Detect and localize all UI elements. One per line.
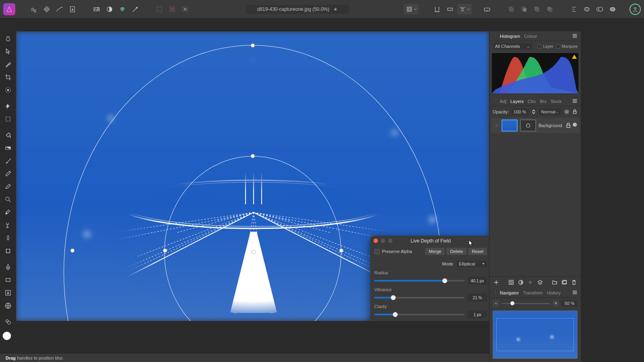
colour-swatch[interactable] <box>2 331 14 343</box>
tab-adj[interactable]: Adj <box>500 99 506 104</box>
panel-grip-icon[interactable]: ⋮⋮ <box>493 33 496 39</box>
zoom-value[interactable]: 50 % <box>561 300 578 306</box>
zoom-slider[interactable] <box>502 303 550 304</box>
tab-layers[interactable]: Layers <box>510 99 524 104</box>
zoom-out-button[interactable]: − <box>493 300 499 306</box>
opacity-stepper-icon[interactable] <box>531 109 537 115</box>
account-icon[interactable] <box>630 4 641 15</box>
crop-tool-icon[interactable] <box>2 72 14 82</box>
selection-all-icon[interactable] <box>154 4 165 15</box>
boolean-intersect-icon[interactable] <box>607 4 618 15</box>
zoom-in-button[interactable]: + <box>553 300 559 306</box>
auto-colours-icon[interactable] <box>117 4 128 15</box>
layer-checkbox[interactable]: Layer <box>537 44 553 49</box>
zoom-tool-icon[interactable] <box>2 317 14 327</box>
text-tool-icon[interactable] <box>2 288 14 298</box>
tab-transform[interactable]: Transform <box>523 290 543 295</box>
layer-link-icon[interactable]: ※ <box>493 123 499 128</box>
layer-blend-select[interactable]: Normal <box>539 108 561 115</box>
app-logo-icon[interactable] <box>3 3 15 15</box>
flood-fill-tool-icon[interactable] <box>2 130 14 140</box>
clarity-value[interactable]: 1 px <box>468 311 487 319</box>
layer-visible-icon[interactable] <box>573 123 577 127</box>
tab-histogram[interactable]: Histogram <box>500 34 520 39</box>
gradient-tool-icon[interactable] <box>2 143 14 153</box>
view-tool-icon[interactable] <box>2 34 14 43</box>
adjustment-layer-icon[interactable] <box>517 279 524 286</box>
tab-navigator[interactable]: Navigator <box>500 290 519 295</box>
erase-tool-icon[interactable] <box>2 182 14 191</box>
snapping-icon[interactable] <box>431 4 443 15</box>
inpainting-tool-icon[interactable] <box>2 220 14 230</box>
group-icon[interactable] <box>551 279 558 286</box>
selection-brush-tool-icon[interactable] <box>2 85 14 95</box>
paint-brush-tool-icon[interactable] <box>2 156 14 166</box>
live-filter-icon[interactable] <box>537 279 544 286</box>
radius-value[interactable]: 40.1 px <box>468 277 487 285</box>
quick-mask-button[interactable] <box>404 4 419 14</box>
navigator-preview[interactable] <box>493 311 578 359</box>
marquee-tool-icon[interactable] <box>2 114 14 124</box>
arrange-back-icon[interactable] <box>506 4 517 15</box>
reset-button[interactable]: Reset <box>468 248 487 255</box>
panel-menu-icon[interactable] <box>572 98 578 105</box>
pen-tool-icon[interactable] <box>2 262 14 272</box>
rectangle-tool-icon[interactable] <box>2 275 14 285</box>
dof-dialog-titlebar[interactable]: Live Depth of Field <box>370 236 489 246</box>
tab-colour[interactable]: Colour <box>524 34 537 39</box>
navigator-view-rect[interactable] <box>496 318 574 351</box>
panel-menu-icon[interactable] <box>572 33 578 39</box>
pixel-tool-icon[interactable] <box>2 169 14 179</box>
panel-menu-icon[interactable] <box>572 290 578 296</box>
delete-button[interactable]: Delete <box>446 248 466 255</box>
marquee-checkbox[interactable]: Marquee <box>556 44 578 49</box>
selection-deselect-icon[interactable] <box>167 4 178 15</box>
layer-filter-thumb[interactable] <box>520 119 536 132</box>
mask-layer-icon[interactable] <box>508 279 515 286</box>
auto-white-balance-icon[interactable] <box>130 4 141 15</box>
move-tool-icon[interactable] <box>2 47 14 56</box>
mesh-warp-tool-icon[interactable] <box>2 246 14 256</box>
delete-layer-icon[interactable] <box>570 279 578 286</box>
fx-layer-icon[interactable]: fx <box>527 279 534 286</box>
vibrance-value[interactable]: 21 % <box>468 294 487 302</box>
force-pixel-alignment-icon[interactable] <box>444 4 456 15</box>
tab-stock[interactable]: Stock <box>551 99 562 104</box>
persona-export-icon[interactable] <box>67 4 78 15</box>
arrange-front-icon[interactable] <box>544 4 555 15</box>
layer-thumbnail[interactable] <box>502 119 518 132</box>
arrange-backward-icon[interactable] <box>518 4 530 15</box>
clarity-slider[interactable] <box>374 314 464 315</box>
dodge-tool-icon[interactable] <box>2 195 14 204</box>
grid-tool-icon[interactable] <box>2 301 14 311</box>
merge-button[interactable]: Merge <box>425 248 445 255</box>
clone-tool-icon[interactable] <box>2 208 14 217</box>
window-zoom-icon[interactable] <box>388 239 392 243</box>
layer-row-background[interactable]: ※ Background <box>491 118 579 133</box>
align-icon[interactable] <box>568 4 580 15</box>
layer-lock-small-icon[interactable] <box>566 123 571 128</box>
channels-select[interactable]: All Channels <box>493 43 532 49</box>
layer-opacity-input[interactable]: 100 % <box>511 109 528 115</box>
preserve-alpha-checkbox[interactable] <box>374 249 380 254</box>
tab-history[interactable]: History <box>547 290 561 295</box>
auto-levels-icon[interactable] <box>104 4 115 15</box>
window-close-icon[interactable] <box>374 239 378 243</box>
mode-select[interactable]: Elliptical <box>456 261 487 267</box>
cog-icon[interactable] <box>564 109 570 115</box>
auto-scroll-icon[interactable] <box>493 279 500 286</box>
tab-brs[interactable]: Brs <box>540 99 547 104</box>
flood-select-tool-icon[interactable] <box>2 101 14 111</box>
tab-chn[interactable]: Chn <box>528 99 536 104</box>
vr-icon[interactable] <box>481 4 493 15</box>
canvas-area[interactable]: Live Depth of Field Preserve Alpha Merge… <box>16 31 489 321</box>
window-minimise-icon[interactable] <box>381 239 385 243</box>
persona-develop-icon[interactable] <box>41 4 52 15</box>
radius-slider[interactable] <box>374 280 464 282</box>
colour-picker-tool-icon[interactable] <box>2 60 14 69</box>
add-layer-icon[interactable] <box>561 279 568 286</box>
lock-icon[interactable] <box>572 109 578 115</box>
boolean-sub-icon[interactable] <box>594 4 605 15</box>
panel-grip-icon[interactable]: ⋮⋮ <box>493 290 496 295</box>
selection-invert-icon[interactable] <box>180 4 191 15</box>
